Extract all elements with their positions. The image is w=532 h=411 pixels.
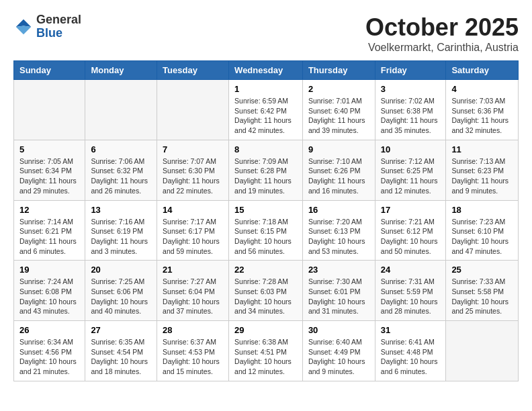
day-number: 23 xyxy=(308,265,369,275)
calendar-cell: 18Sunrise: 7:23 AM Sunset: 6:10 PM Dayli… xyxy=(446,200,519,261)
calendar-cell: 25Sunrise: 7:33 AM Sunset: 5:58 PM Dayli… xyxy=(446,261,519,321)
calendar-cell: 3Sunrise: 7:02 AM Sunset: 6:38 PM Daylig… xyxy=(375,80,446,140)
day-info: Sunrise: 7:12 AM Sunset: 6:25 PM Dayligh… xyxy=(381,156,441,196)
day-number: 3 xyxy=(381,84,441,94)
day-number: 6 xyxy=(91,144,151,154)
day-number: 12 xyxy=(19,205,79,215)
day-number: 8 xyxy=(234,144,297,154)
day-number: 27 xyxy=(91,325,151,335)
logo-general-text: General xyxy=(36,13,81,27)
day-info: Sunrise: 7:01 AM Sunset: 6:40 PM Dayligh… xyxy=(308,96,369,136)
day-info: Sunrise: 7:09 AM Sunset: 6:28 PM Dayligh… xyxy=(234,156,297,196)
calendar-cell: 21Sunrise: 7:27 AM Sunset: 6:04 PM Dayli… xyxy=(157,261,229,321)
calendar-cell: 19Sunrise: 7:24 AM Sunset: 6:08 PM Dayli… xyxy=(14,261,85,321)
calendar-cell: 23Sunrise: 7:30 AM Sunset: 6:01 PM Dayli… xyxy=(302,261,375,321)
day-info: Sunrise: 7:31 AM Sunset: 5:59 PM Dayligh… xyxy=(381,277,441,316)
day-number: 26 xyxy=(19,325,79,335)
day-info: Sunrise: 7:07 AM Sunset: 6:30 PM Dayligh… xyxy=(163,156,223,196)
weekday-header-thursday: Thursday xyxy=(302,61,375,80)
day-number: 13 xyxy=(91,205,151,215)
calendar-cell: 29Sunrise: 6:38 AM Sunset: 4:51 PM Dayli… xyxy=(229,321,303,381)
page-header: General Blue October 2025 Voelkermarkt, … xyxy=(13,13,519,54)
calendar-cell: 14Sunrise: 7:17 AM Sunset: 6:17 PM Dayli… xyxy=(157,200,229,261)
day-number: 25 xyxy=(451,265,513,275)
calendar-week-row: 12Sunrise: 7:14 AM Sunset: 6:21 PM Dayli… xyxy=(14,200,519,261)
calendar-cell: 6Sunrise: 7:06 AM Sunset: 6:32 PM Daylig… xyxy=(85,140,157,200)
day-number: 1 xyxy=(234,84,297,94)
day-number: 28 xyxy=(163,325,223,335)
day-number: 11 xyxy=(451,144,513,154)
day-number: 15 xyxy=(234,205,297,215)
calendar-cell: 9Sunrise: 7:10 AM Sunset: 6:26 PM Daylig… xyxy=(302,140,375,200)
calendar-cell: 22Sunrise: 7:28 AM Sunset: 6:03 PM Dayli… xyxy=(229,261,303,321)
day-number: 29 xyxy=(234,325,297,335)
calendar-cell: 30Sunrise: 6:40 AM Sunset: 4:49 PM Dayli… xyxy=(302,321,375,381)
calendar-cell: 7Sunrise: 7:07 AM Sunset: 6:30 PM Daylig… xyxy=(157,140,229,200)
calendar-cell: 8Sunrise: 7:09 AM Sunset: 6:28 PM Daylig… xyxy=(229,140,303,200)
day-info: Sunrise: 7:18 AM Sunset: 6:15 PM Dayligh… xyxy=(234,217,297,257)
weekday-header-friday: Friday xyxy=(375,61,446,80)
title-block: October 2025 Voelkermarkt, Carinthia, Au… xyxy=(365,13,519,54)
day-info: Sunrise: 7:21 AM Sunset: 6:12 PM Dayligh… xyxy=(381,217,441,257)
day-number: 2 xyxy=(308,84,369,94)
day-info: Sunrise: 6:40 AM Sunset: 4:49 PM Dayligh… xyxy=(308,337,369,377)
day-info: Sunrise: 6:41 AM Sunset: 4:48 PM Dayligh… xyxy=(381,337,441,377)
day-info: Sunrise: 7:03 AM Sunset: 6:36 PM Dayligh… xyxy=(451,96,513,136)
day-info: Sunrise: 7:05 AM Sunset: 6:34 PM Dayligh… xyxy=(19,156,79,196)
day-info: Sunrise: 7:10 AM Sunset: 6:26 PM Dayligh… xyxy=(308,156,369,196)
day-info: Sunrise: 7:17 AM Sunset: 6:17 PM Dayligh… xyxy=(163,217,223,257)
calendar-cell: 10Sunrise: 7:12 AM Sunset: 6:25 PM Dayli… xyxy=(375,140,446,200)
day-info: Sunrise: 7:25 AM Sunset: 6:06 PM Dayligh… xyxy=(91,277,151,316)
weekday-header-wednesday: Wednesday xyxy=(229,61,303,80)
day-info: Sunrise: 7:14 AM Sunset: 6:21 PM Dayligh… xyxy=(19,217,79,257)
day-info: Sunrise: 6:34 AM Sunset: 4:56 PM Dayligh… xyxy=(19,337,79,377)
day-info: Sunrise: 7:06 AM Sunset: 6:32 PM Dayligh… xyxy=(91,156,151,196)
day-number: 21 xyxy=(163,265,223,275)
day-number: 14 xyxy=(163,205,223,215)
day-number: 16 xyxy=(308,205,369,215)
logo-blue-text: Blue xyxy=(36,27,81,40)
day-info: Sunrise: 7:16 AM Sunset: 6:19 PM Dayligh… xyxy=(91,217,151,257)
calendar-cell xyxy=(14,80,85,140)
calendar-cell: 13Sunrise: 7:16 AM Sunset: 6:19 PM Dayli… xyxy=(85,200,157,261)
calendar-cell: 24Sunrise: 7:31 AM Sunset: 5:59 PM Dayli… xyxy=(375,261,446,321)
day-number: 30 xyxy=(308,325,369,335)
calendar-cell: 5Sunrise: 7:05 AM Sunset: 6:34 PM Daylig… xyxy=(14,140,85,200)
day-info: Sunrise: 6:38 AM Sunset: 4:51 PM Dayligh… xyxy=(234,337,297,377)
calendar-cell: 4Sunrise: 7:03 AM Sunset: 6:36 PM Daylig… xyxy=(446,80,519,140)
calendar-cell xyxy=(85,80,157,140)
day-number: 9 xyxy=(308,144,369,154)
calendar-cell: 11Sunrise: 7:13 AM Sunset: 6:23 PM Dayli… xyxy=(446,140,519,200)
weekday-header-monday: Monday xyxy=(85,61,157,80)
calendar-cell: 17Sunrise: 7:21 AM Sunset: 6:12 PM Dayli… xyxy=(375,200,446,261)
calendar-week-row: 26Sunrise: 6:34 AM Sunset: 4:56 PM Dayli… xyxy=(14,321,519,381)
month-title: October 2025 xyxy=(365,13,519,42)
calendar-table: SundayMondayTuesdayWednesdayThursdayFrid… xyxy=(13,60,519,381)
weekday-header-tuesday: Tuesday xyxy=(157,61,229,80)
location: Voelkermarkt, Carinthia, Austria xyxy=(365,42,519,54)
day-info: Sunrise: 7:33 AM Sunset: 5:58 PM Dayligh… xyxy=(451,277,513,316)
calendar-cell: 1Sunrise: 6:59 AM Sunset: 6:42 PM Daylig… xyxy=(229,80,303,140)
day-info: Sunrise: 7:13 AM Sunset: 6:23 PM Dayligh… xyxy=(451,156,513,196)
weekday-header-saturday: Saturday xyxy=(446,61,519,80)
day-number: 20 xyxy=(91,265,151,275)
calendar-week-row: 19Sunrise: 7:24 AM Sunset: 6:08 PM Dayli… xyxy=(14,261,519,321)
day-info: Sunrise: 7:27 AM Sunset: 6:04 PM Dayligh… xyxy=(163,277,223,316)
weekday-header-sunday: Sunday xyxy=(14,61,85,80)
calendar-cell xyxy=(157,80,229,140)
day-info: Sunrise: 6:37 AM Sunset: 4:53 PM Dayligh… xyxy=(163,337,223,377)
calendar-cell: 16Sunrise: 7:20 AM Sunset: 6:13 PM Dayli… xyxy=(302,200,375,261)
calendar-week-row: 5Sunrise: 7:05 AM Sunset: 6:34 PM Daylig… xyxy=(14,140,519,200)
day-number: 4 xyxy=(451,84,513,94)
day-info: Sunrise: 7:24 AM Sunset: 6:08 PM Dayligh… xyxy=(19,277,79,316)
calendar-cell: 20Sunrise: 7:25 AM Sunset: 6:06 PM Dayli… xyxy=(85,261,157,321)
calendar-cell: 26Sunrise: 6:34 AM Sunset: 4:56 PM Dayli… xyxy=(14,321,85,381)
day-number: 22 xyxy=(234,265,297,275)
calendar-cell: 27Sunrise: 6:35 AM Sunset: 4:54 PM Dayli… xyxy=(85,321,157,381)
calendar-cell: 31Sunrise: 6:41 AM Sunset: 4:48 PM Dayli… xyxy=(375,321,446,381)
logo-icon xyxy=(13,17,34,37)
svg-marker-0 xyxy=(16,19,32,27)
day-number: 17 xyxy=(381,205,441,215)
day-number: 7 xyxy=(163,144,223,154)
day-number: 10 xyxy=(381,144,441,154)
